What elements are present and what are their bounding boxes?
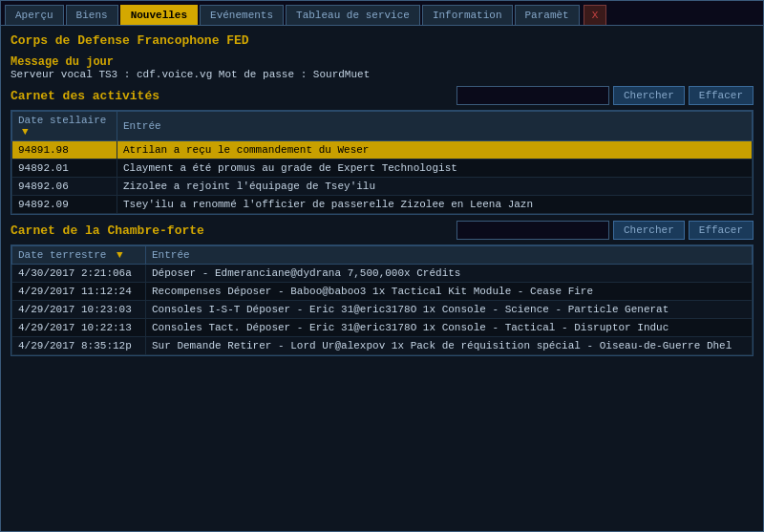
activites-entree-cell: Tsey'ilu a renommé l'officier de passere… bbox=[117, 196, 753, 214]
activites-entree-cell: Clayment a été promus au grade de Expert… bbox=[117, 160, 753, 178]
message-du-jour-label: Message du jour bbox=[11, 55, 753, 69]
activites-search-input[interactable] bbox=[456, 86, 609, 105]
chambre-chercher-button[interactable]: Chercher bbox=[613, 221, 685, 240]
server-info: Serveur vocal TS3 : cdf.voice.vg Mot de … bbox=[11, 69, 753, 80]
carnet-chambre-header: Carnet de la Chambre-forte Chercher Effa… bbox=[11, 221, 753, 242]
activites-chercher-button[interactable]: Chercher bbox=[613, 86, 685, 105]
tab-apercu[interactable]: Aperçu bbox=[5, 5, 64, 25]
table-row: 94892.01Clayment a été promus au grade d… bbox=[12, 160, 753, 178]
chambre-table-wrapper: Date terrestre ▼ Entrée 4/30/2017 2:21:0… bbox=[11, 245, 753, 356]
tab-tableau[interactable]: Tableau de service bbox=[286, 5, 420, 25]
table-row: 4/29/2017 10:23:03Consoles I-S-T Déposer… bbox=[12, 301, 753, 319]
tab-nouvelles[interactable]: Nouvelles bbox=[120, 5, 198, 25]
message-header: Message du jour Serveur vocal TS3 : cdf.… bbox=[11, 55, 753, 80]
activites-date-cell: 94892.06 bbox=[12, 178, 117, 196]
sort-arrow-icon: ▼ bbox=[22, 126, 29, 138]
activites-date-cell: 94892.01 bbox=[12, 160, 117, 178]
col-header-date-terrestre[interactable]: Date terrestre ▼ bbox=[12, 246, 146, 265]
chambre-entree-cell: Sur Demande Retirer - Lord Ur@alexpov 1x… bbox=[146, 337, 753, 355]
activites-date-cell: 94891.98 bbox=[12, 141, 117, 160]
carnet-activites-header: Carnet des activités Chercher Effacer bbox=[11, 86, 753, 107]
chambre-entree-cell: Déposer - Edmeranciane@dydrana 7,500,000… bbox=[146, 265, 753, 283]
chambre-table: Date terrestre ▼ Entrée 4/30/2017 2:21:0… bbox=[11, 245, 753, 355]
chambre-search-row: Chercher Effacer bbox=[456, 221, 753, 240]
chambre-date-cell: 4/30/2017 2:21:06a bbox=[12, 265, 146, 283]
table-row: 94892.06Zizolee a rejoint l'équipage de … bbox=[12, 178, 753, 196]
org-name: Corps de Defense Francophone FED bbox=[11, 33, 753, 48]
table-row: 4/29/2017 8:35:12pSur Demande Retirer - … bbox=[12, 337, 753, 355]
chambre-date-cell: 4/29/2017 10:23:03 bbox=[12, 301, 146, 319]
table-row: 4/30/2017 2:21:06aDéposer - Edmeranciane… bbox=[12, 265, 753, 283]
close-button[interactable]: X bbox=[584, 5, 607, 25]
table-row: 4/29/2017 10:22:13Consoles Tact. Déposer… bbox=[12, 319, 753, 337]
chambre-date-cell: 4/29/2017 8:35:12p bbox=[12, 337, 146, 355]
activites-date-cell: 94892.09 bbox=[12, 196, 117, 214]
chambre-entree-cell: Recompenses Déposer - Baboo@baboo3 1x Ta… bbox=[146, 283, 753, 301]
tab-parametres[interactable]: Paramèt bbox=[515, 5, 580, 25]
table-row: 4/29/2017 11:12:24Recompenses Déposer - … bbox=[12, 283, 753, 301]
chambre-date-cell: 4/29/2017 11:12:24 bbox=[12, 283, 146, 301]
col-header-date-stellaire[interactable]: Date stellaire ▼ bbox=[12, 112, 117, 141]
carnet-chambre-section: Carnet de la Chambre-forte Chercher Effa… bbox=[11, 221, 753, 356]
chambre-entree-cell: Consoles Tact. Déposer - Eric 31@eric317… bbox=[146, 319, 753, 337]
activites-effacer-button[interactable]: Effacer bbox=[689, 86, 753, 105]
activites-search-row: Chercher Effacer bbox=[456, 86, 753, 105]
carnet-chambre-title: Carnet de la Chambre-forte bbox=[11, 223, 204, 238]
tab-information[interactable]: Information bbox=[422, 5, 513, 25]
chambre-date-cell: 4/29/2017 10:22:13 bbox=[12, 319, 146, 337]
sort-arrow-chambre-icon: ▼ bbox=[117, 249, 123, 261]
chambre-search-input[interactable] bbox=[456, 221, 609, 240]
activites-table: Date stellaire ▼ Entrée 94891.98Atrilan … bbox=[11, 111, 753, 214]
activites-entree-cell: Atrilan a reçu le commandement du Weser bbox=[117, 141, 753, 160]
chambre-effacer-button[interactable]: Effacer bbox=[689, 221, 753, 240]
main-window: Aperçu Biens Nouvelles Evénements Tablea… bbox=[0, 0, 764, 532]
nav-tabs: Aperçu Biens Nouvelles Evénements Tablea… bbox=[1, 1, 763, 26]
table-row: 94892.09Tsey'ilu a renommé l'officier de… bbox=[12, 196, 753, 214]
chambre-entree-cell: Consoles I-S-T Déposer - Eric 31@eric317… bbox=[146, 301, 753, 319]
carnet-activites-title: Carnet des activités bbox=[11, 89, 159, 103]
tab-biens[interactable]: Biens bbox=[66, 5, 118, 25]
activites-table-wrapper: Date stellaire ▼ Entrée 94891.98Atrilan … bbox=[11, 110, 753, 215]
tab-evenements[interactable]: Evénements bbox=[200, 5, 284, 25]
col-header-entree-chambre: Entrée bbox=[146, 246, 753, 265]
table-row: 94891.98Atrilan a reçu le commandement d… bbox=[12, 141, 753, 160]
col-header-entree-activites: Entrée bbox=[117, 112, 753, 141]
activites-entree-cell: Zizolee a rejoint l'équipage de Tsey'ilu bbox=[117, 178, 753, 196]
carnet-activites-section: Carnet des activités Chercher Effacer Da… bbox=[11, 86, 753, 215]
content-area: Corps de Defense Francophone FED Message… bbox=[1, 26, 763, 531]
